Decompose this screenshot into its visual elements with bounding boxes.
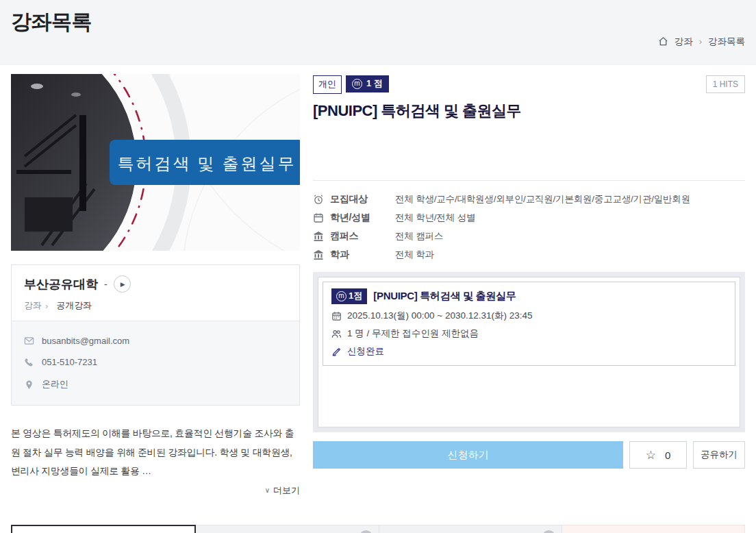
session-title: [PNUIPC] 특허검색 및 출원실무 (373, 290, 516, 303)
calendar-icon (313, 212, 324, 223)
favorite-button[interactable]: ☆ 0 (629, 441, 687, 469)
info-label: 학년/성별 (330, 212, 395, 224)
badge-row: 개인 m 1 점 1 HITS (313, 75, 745, 94)
favorite-count: 0 (665, 449, 670, 461)
contact-row-location: 온라인 (24, 373, 287, 396)
breadcrumb: 강좌 › 강좌목록 (658, 18, 745, 65)
chevron-down-icon: ∨ (265, 486, 270, 494)
home-icon[interactable] (658, 36, 668, 47)
tab-bar: 프로그램 개요 공지사항 0 활동게시판 0 온라인 강의실 바로가기 (11, 525, 745, 533)
right-column: 개인 m 1 점 1 HITS [PNUIPC] 특허검색 및 출원실무 모집대… (313, 74, 745, 497)
info-row-target: 모집대상 전체 학생/교수/대학원생/외부인/교직원/기본회원/중고교생/기관/… (313, 190, 745, 208)
publisher-category-path: 강좌 › 공개강좌 (24, 299, 287, 312)
session-date-row: 2025.10.13(월) 00:00 ~ 2030.12.31(화) 23:4… (331, 310, 727, 322)
info-label: 학과 (330, 249, 395, 261)
chevron-right-icon: › (45, 301, 48, 311)
info-value: 전체 학생/교수/대학원생/외부인/교직원/기본회원/중고교생/기관/일반회원 (395, 193, 690, 206)
page-header: 강좌목록 강좌 › 강좌목록 (0, 0, 756, 65)
phone-icon (24, 357, 34, 367)
publisher-phone[interactable]: 051-510-7231 (42, 357, 97, 367)
hits-badge: 1 HITS (706, 75, 745, 93)
apply-button[interactable]: 신청하기 (313, 441, 623, 469)
tab-program-overview[interactable]: 프로그램 개요 (11, 525, 196, 533)
course-point-label: 1 점 (366, 77, 383, 90)
tab-notices[interactable]: 공지사항 0 (196, 525, 379, 533)
session-status-row: 신청완료 (331, 345, 727, 358)
play-icon: ▶ (121, 281, 125, 288)
course-type-badge: 개인 (313, 75, 342, 94)
session-date-range: 2025.10.13(월) 00:00 ~ 2030.12.31(화) 23:4… (347, 310, 533, 322)
session-status: 신청완료 (347, 345, 384, 358)
location-icon (24, 380, 34, 390)
users-icon (331, 329, 342, 339)
svg-text:특허검색 및 출원실무: 특허검색 및 출원실무 (118, 155, 297, 173)
chevron-right-icon: › (699, 36, 702, 47)
publisher-expand-button[interactable]: ▶ (114, 275, 131, 293)
publisher-location: 온라인 (42, 378, 68, 391)
show-more-label: 더보기 (273, 484, 300, 497)
tab-count-badge: 0 (360, 530, 373, 533)
main-content: 특허검색 및 출원실무 부산공유대학 - ▶ 강좌 › 공개강좌 busa (0, 65, 756, 497)
action-buttons: 신청하기 ☆ 0 공유하기 (313, 441, 745, 469)
publisher-name: 부산공유대학 (24, 276, 98, 293)
share-button[interactable]: 공유하기 (693, 441, 745, 469)
info-row-campus: 캠퍼스 전체 캠퍼스 (313, 227, 745, 245)
breadcrumb-level1[interactable]: 강좌 (675, 36, 693, 48)
mail-icon (24, 336, 34, 346)
show-more-button[interactable]: ∨ 더보기 (11, 484, 300, 497)
left-column: 특허검색 및 출원실무 부산공유대학 - ▶ 강좌 › 공개강좌 busa (11, 74, 300, 497)
tab-activity-board[interactable]: 활동게시판 0 (379, 525, 562, 533)
publisher-email[interactable]: busanbits@gmail.com (42, 336, 129, 346)
info-value: 전체 학년/전체 성별 (395, 212, 475, 224)
session-item[interactable]: m 1점 [PNUIPC] 특허검색 및 출원실무 2025.10.13(월) … (323, 282, 735, 366)
info-value: 전체 캠퍼스 (395, 230, 443, 243)
contact-row-email: busanbits@gmail.com (24, 330, 287, 351)
course-thumbnail: 특허검색 및 출원실무 (11, 74, 300, 251)
info-row-department: 학과 전체 학과 (313, 245, 745, 264)
session-point-badge: m 1점 (331, 288, 367, 304)
mileage-icon: m (352, 79, 362, 89)
mileage-icon: m (336, 291, 346, 301)
publisher-dash: - (104, 279, 108, 290)
course-point-badge: m 1 점 (346, 75, 389, 92)
session-panel: m 1점 [PNUIPC] 특허검색 및 출원실무 2025.10.13(월) … (313, 272, 745, 432)
star-icon: ☆ (646, 448, 656, 462)
session-capacity: 1 명 / 무제한 접수인원 제한없음 (347, 327, 479, 340)
course-title: [PNUIPC] 특허검색 및 출원실무 (313, 101, 745, 121)
course-info-rows: 모집대상 전체 학생/교수/대학원생/외부인/교직원/기본회원/중고교생/기관/… (313, 190, 745, 264)
info-value: 전체 학과 (395, 249, 434, 261)
publisher-contacts: busanbits@gmail.com 051-510-7231 온라인 (12, 321, 299, 405)
calendar-icon (331, 311, 342, 321)
publisher-card-top: 부산공유대학 - ▶ 강좌 › 공개강좌 (12, 265, 299, 321)
publisher-path-current[interactable]: 공개강좌 (56, 299, 92, 312)
breadcrumb-level2[interactable]: 강좌목록 (708, 36, 745, 48)
alarm-clock-icon (313, 194, 324, 205)
pen-icon (331, 347, 342, 357)
session-point-label: 1점 (349, 290, 362, 302)
contact-row-phone: 051-510-7231 (24, 351, 287, 373)
publisher-path-parent[interactable]: 강좌 (24, 299, 42, 312)
info-label: 캠퍼스 (330, 230, 395, 243)
department-icon (313, 249, 324, 260)
session-list: m 1점 [PNUIPC] 특허검색 및 출원실무 2025.10.13(월) … (318, 277, 740, 427)
info-label: 모집대상 (330, 193, 395, 206)
info-row-grade-gender: 학년/성별 전체 학년/전체 성별 (313, 208, 745, 227)
divider (313, 180, 745, 181)
session-capacity-row: 1 명 / 무제한 접수인원 제한없음 (331, 327, 727, 340)
tab-count-badge: 0 (542, 530, 555, 533)
page-title: 강좌목록 (11, 8, 92, 65)
tab-online-classroom[interactable]: 온라인 강의실 바로가기 (562, 525, 745, 533)
publisher-card: 부산공유대학 - ▶ 강좌 › 공개강좌 busanbits@gmail.com (11, 264, 300, 406)
course-description: 본 영상은 특허제도의 이해를 바탕으로, 효율적인 선행기술 조사와 출원 절… (11, 424, 300, 481)
campus-icon (313, 231, 324, 242)
